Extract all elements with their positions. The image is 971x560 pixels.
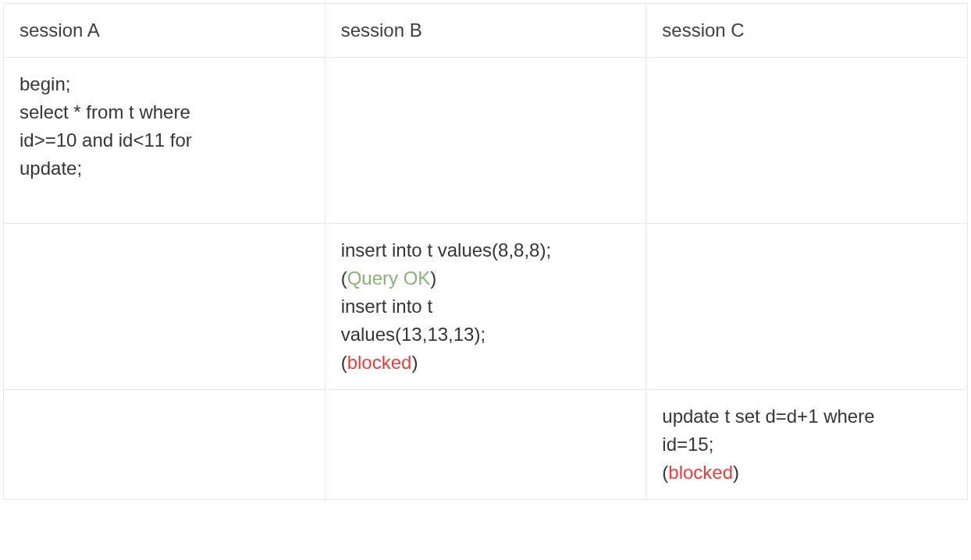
table-row: begin;select * from t whereid>=10 and id… — [4, 58, 968, 224]
cell-session-a — [4, 224, 325, 390]
paren-close: ) — [733, 462, 739, 483]
cell-session-c — [646, 224, 968, 390]
sql-line: select * from t where — [20, 98, 309, 126]
status-text: blocked — [347, 352, 412, 373]
cell-session-a — [4, 390, 325, 500]
table-row: insert into t values(8,8,8);(Query OK)in… — [4, 224, 968, 390]
sql-line: begin; — [20, 70, 309, 98]
paren-close: ) — [430, 268, 436, 289]
sql-line: update; — [20, 154, 309, 183]
paren-close: ) — [411, 352, 418, 373]
spacer — [20, 183, 309, 211]
table-header-row: session A session B session C — [4, 4, 968, 58]
cell-session-a: begin;select * from t whereid>=10 and id… — [4, 58, 325, 224]
cell-session-b — [325, 390, 646, 500]
status-text: Query OK — [347, 268, 431, 289]
status-text: blocked — [668, 462, 733, 483]
sessions-table: session A session B session C begin;sele… — [3, 3, 968, 500]
sql-line: insert into t — [341, 292, 631, 321]
header-session-a: session A — [4, 4, 325, 58]
header-session-b: session B — [325, 4, 646, 58]
status-line: (blocked) — [662, 459, 951, 487]
paren-open: ( — [341, 268, 347, 289]
cell-session-b — [325, 58, 646, 224]
sql-line: id=15; — [662, 431, 951, 459]
cell-session-c — [646, 58, 968, 224]
cell-session-b: insert into t values(8,8,8);(Query OK)in… — [325, 224, 646, 390]
table-row: update t set d=d+1 whereid=15;(blocked) — [4, 390, 968, 500]
cell-session-c: update t set d=d+1 whereid=15;(blocked) — [646, 390, 968, 500]
sql-line: insert into t values(8,8,8); — [341, 236, 631, 264]
sql-line: id>=10 and id<11 for — [20, 126, 309, 154]
sql-line: values(13,13,13); — [341, 321, 631, 349]
status-line: (blocked) — [341, 349, 631, 377]
status-line: (Query OK) — [341, 264, 631, 292]
header-session-c: session C — [646, 4, 968, 58]
paren-open: ( — [341, 352, 347, 373]
table-body: begin;select * from t whereid>=10 and id… — [4, 58, 968, 500]
sql-line: update t set d=d+1 where — [662, 402, 951, 431]
